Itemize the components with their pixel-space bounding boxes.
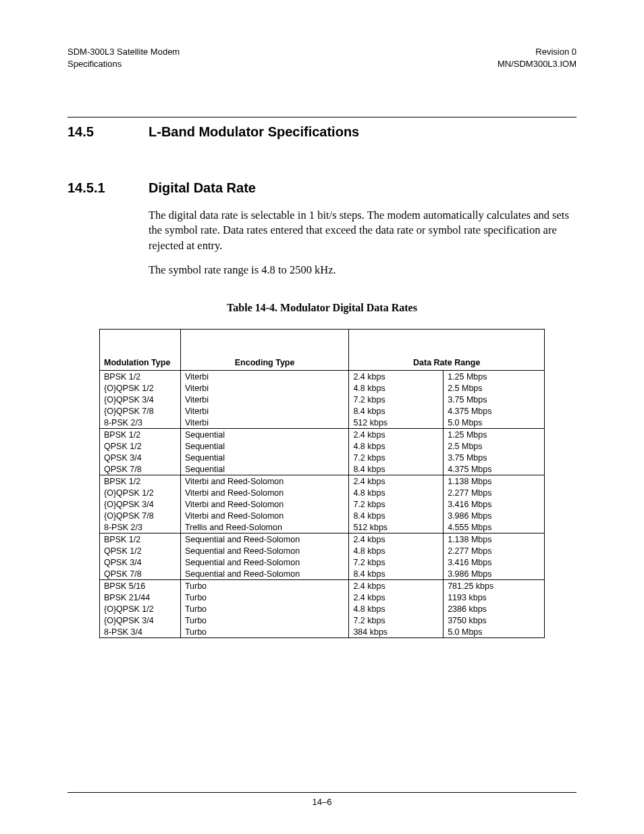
table-row: BPSK 1/2Viterbi and Reed-Solomon2.4 kbps…	[100, 475, 545, 488]
cell-modulation: {O}QPSK 7/8	[100, 405, 181, 417]
page-number: 14–6	[68, 797, 576, 807]
cell-min-rate: 4.8 kbps	[349, 487, 444, 498]
cell-max-rate: 2.5 Mbps	[444, 382, 545, 394]
table-row: {O}QPSK 3/4Viterbi7.2 kbps3.75 Mbps	[100, 394, 545, 405]
subsection-heading: 14.5.1 Digital Data Rate	[68, 180, 576, 196]
table-row: {O}QPSK 7/8Viterbi8.4 kbps4.375 Mbps	[100, 405, 545, 417]
table-row: QPSK 3/4Sequential and Reed-Solomon7.2 k…	[100, 556, 545, 568]
cell-max-rate: 3.75 Mbps	[444, 452, 545, 463]
header-right: Revision 0 MN/SDM300L3.IOM	[498, 46, 576, 70]
cell-max-rate: 1.138 Mbps	[444, 475, 545, 488]
section-number: 14.5	[68, 124, 149, 140]
cell-encoding: Viterbi	[180, 394, 349, 405]
table-row: {O}QPSK 3/4Turbo7.2 kbps3750 kbps	[100, 615, 545, 626]
cell-min-rate: 7.2 kbps	[349, 556, 444, 568]
table-row: QPSK 3/4Sequential7.2 kbps3.75 Mbps	[100, 452, 545, 463]
cell-encoding: Turbo	[180, 603, 349, 615]
header-left-line1: SDM-300L3 Satellite Modem	[68, 46, 180, 58]
section-heading: 14.5 L-Band Modulator Specifications	[68, 124, 576, 140]
cell-min-rate: 7.2 kbps	[349, 452, 444, 463]
table-row: QPSK 7/8Sequential and Reed-Solomon8.4 k…	[100, 568, 545, 580]
cell-min-rate: 7.2 kbps	[349, 498, 444, 510]
cell-modulation: QPSK 3/4	[100, 452, 181, 463]
cell-max-rate: 1193 kbps	[444, 592, 545, 603]
cell-modulation: BPSK 1/2	[100, 475, 181, 488]
section-rule	[68, 117, 576, 118]
cell-min-rate: 2.4 kbps	[349, 475, 444, 488]
cell-encoding: Sequential and Reed-Solomon	[180, 556, 349, 568]
cell-min-rate: 512 kbps	[349, 521, 444, 533]
cell-modulation: QPSK 7/8	[100, 568, 181, 580]
cell-modulation: QPSK 1/2	[100, 440, 181, 452]
cell-max-rate: 4.375 Mbps	[444, 463, 545, 475]
table-row: {O}QPSK 3/4Viterbi and Reed-Solomon7.2 k…	[100, 498, 545, 510]
table-row: {O}QPSK 1/2Viterbi4.8 kbps2.5 Mbps	[100, 382, 545, 394]
paragraph-2: The symbol rate range is 4.8 to 2500 kHz…	[149, 263, 576, 278]
cell-encoding: Turbo	[180, 580, 349, 592]
cell-modulation: {O}QPSK 3/4	[100, 498, 181, 510]
cell-encoding: Viterbi and Reed-Solomon	[180, 510, 349, 521]
cell-modulation: QPSK 7/8	[100, 463, 181, 475]
cell-min-rate: 4.8 kbps	[349, 603, 444, 615]
cell-modulation: {O}QPSK 3/4	[100, 615, 181, 626]
cell-min-rate: 7.2 kbps	[349, 615, 444, 626]
cell-modulation: {O}QPSK 3/4	[100, 394, 181, 405]
cell-max-rate: 1.25 Mbps	[444, 429, 545, 441]
cell-max-rate: 3.75 Mbps	[444, 394, 545, 405]
cell-modulation: 8-PSK 2/3	[100, 521, 181, 533]
cell-max-rate: 3.986 Mbps	[444, 568, 545, 580]
cell-modulation: QPSK 3/4	[100, 556, 181, 568]
table-body: BPSK 1/2Viterbi2.4 kbps1.25 Mbps{O}QPSK …	[100, 371, 545, 638]
subsection-number: 14.5.1	[68, 180, 149, 196]
header-right-line1: Revision 0	[498, 46, 576, 58]
cell-encoding: Turbo	[180, 615, 349, 626]
cell-max-rate: 2.5 Mbps	[444, 440, 545, 452]
cell-min-rate: 2.4 kbps	[349, 371, 444, 383]
cell-min-rate: 7.2 kbps	[349, 394, 444, 405]
cell-encoding: Sequential and Reed-Solomon	[180, 568, 349, 580]
th-data-rate-range: Data Rate Range	[349, 354, 545, 371]
table-row: BPSK 1/2Sequential2.4 kbps1.25 Mbps	[100, 429, 545, 441]
table-caption: Table 14-4. Modulator Digital Data Rates	[68, 302, 576, 314]
th-modulation-type: Modulation Type	[100, 354, 181, 371]
cell-max-rate: 5.0 Mbps	[444, 626, 545, 638]
cell-max-rate: 3.986 Mbps	[444, 510, 545, 521]
cell-max-rate: 3750 kbps	[444, 615, 545, 626]
cell-min-rate: 2.4 kbps	[349, 580, 444, 592]
table-row: QPSK 7/8Sequential8.4 kbps4.375 Mbps	[100, 463, 545, 475]
table-row: QPSK 1/2Sequential and Reed-Solomon4.8 k…	[100, 545, 545, 556]
cell-min-rate: 2.4 kbps	[349, 592, 444, 603]
cell-modulation: QPSK 1/2	[100, 545, 181, 556]
cell-max-rate: 4.555 Mbps	[444, 521, 545, 533]
cell-min-rate: 384 kbps	[349, 626, 444, 638]
cell-min-rate: 8.4 kbps	[349, 510, 444, 521]
header-left-line2: Specifications	[68, 58, 180, 70]
cell-min-rate: 8.4 kbps	[349, 463, 444, 475]
cell-encoding: Sequential	[180, 429, 349, 441]
cell-modulation: 8-PSK 2/3	[100, 417, 181, 429]
cell-encoding: Viterbi and Reed-Solomon	[180, 475, 349, 488]
cell-max-rate: 2386 kbps	[444, 603, 545, 615]
table-row: {O}QPSK 7/8Viterbi and Reed-Solomon8.4 k…	[100, 510, 545, 521]
table-row: BPSK 1/2Viterbi2.4 kbps1.25 Mbps	[100, 371, 545, 383]
cell-encoding: Sequential and Reed-Solomon	[180, 545, 349, 556]
cell-modulation: BPSK 1/2	[100, 371, 181, 383]
cell-min-rate: 4.8 kbps	[349, 545, 444, 556]
cell-max-rate: 781.25 kbps	[444, 580, 545, 592]
cell-encoding: Sequential and Reed-Solomon	[180, 533, 349, 546]
cell-modulation: BPSK 5/16	[100, 580, 181, 592]
footer-rule	[68, 792, 576, 793]
data-rate-table: Modulation Type Encoding Type Data Rate …	[99, 329, 545, 638]
cell-min-rate: 4.8 kbps	[349, 440, 444, 452]
table-row: BPSK 21/44Turbo2.4 kbps1193 kbps	[100, 592, 545, 603]
cell-min-rate: 2.4 kbps	[349, 429, 444, 441]
cell-modulation: {O}QPSK 1/2	[100, 382, 181, 394]
table-row: {O}QPSK 1/2Turbo4.8 kbps2386 kbps	[100, 603, 545, 615]
cell-min-rate: 4.8 kbps	[349, 382, 444, 394]
table-row: QPSK 1/2Sequential4.8 kbps2.5 Mbps	[100, 440, 545, 452]
header-right-line2: MN/SDM300L3.IOM	[498, 58, 576, 70]
header-left: SDM-300L3 Satellite Modem Specifications	[68, 46, 180, 70]
table-row: BPSK 5/16Turbo2.4 kbps781.25 kbps	[100, 580, 545, 592]
cell-max-rate: 3.416 Mbps	[444, 498, 545, 510]
cell-modulation: {O}QPSK 7/8	[100, 510, 181, 521]
